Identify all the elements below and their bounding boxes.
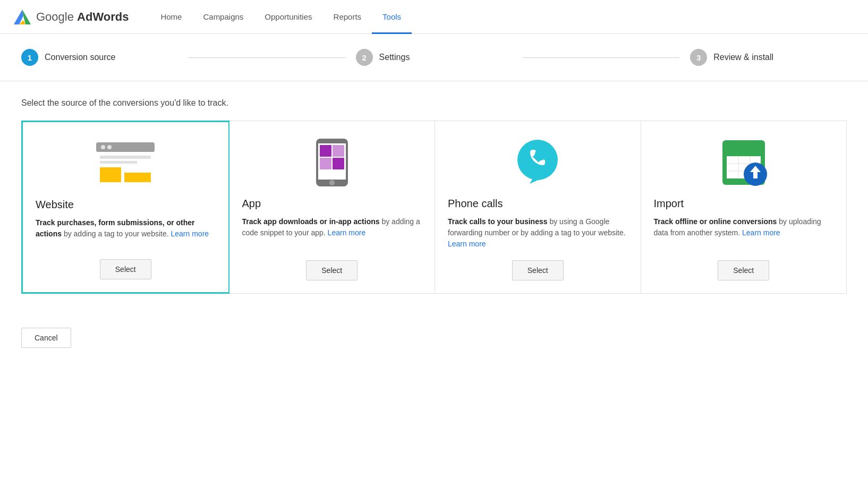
card-website: Website Track purchases, form submission…: [21, 121, 230, 294]
website-card-desc: Track purchases, form submissions, or ot…: [36, 217, 216, 249]
website-learn-more-link[interactable]: Learn more: [171, 229, 209, 238]
phone-svg-icon: [511, 136, 564, 189]
phone-calls-card-desc: Track calls to your business by using a …: [448, 216, 628, 250]
card-app: App Track app downloads or in-app action…: [229, 121, 436, 293]
website-select-button[interactable]: Select: [100, 259, 151, 279]
step-3-circle: 3: [690, 49, 707, 66]
import-card-desc: Track offline or online conversions by u…: [654, 216, 834, 250]
app-svg-icon: [311, 136, 353, 189]
svg-rect-7: [100, 161, 137, 164]
phone-calls-desc-bold: Track calls to your business: [448, 217, 548, 226]
nav-item-home[interactable]: Home: [150, 0, 192, 34]
phone-calls-select-button[interactable]: Select: [512, 260, 564, 280]
import-card-title: Import: [654, 198, 684, 210]
phone-calls-icon: [448, 136, 628, 189]
svg-rect-15: [333, 158, 344, 169]
step-connector-2: [523, 57, 679, 58]
nav-item-opportunities[interactable]: Opportunities: [254, 0, 322, 34]
svg-rect-12: [320, 145, 331, 157]
app-card-desc: Track app downloads or in-app actions by…: [242, 216, 422, 250]
step-connector-1: [189, 57, 345, 58]
website-card-title: Website: [36, 199, 74, 211]
app-select-button[interactable]: Select: [306, 260, 358, 280]
step-3-label: Review & install: [713, 53, 773, 62]
step-2-circle: 2: [356, 49, 373, 66]
svg-rect-13: [333, 145, 344, 157]
svg-rect-14: [320, 158, 331, 169]
svg-rect-6: [100, 156, 151, 159]
wizard-steps: 1 Conversion source 2 Settings 3 Review …: [0, 34, 868, 81]
step-1-label: Conversion source: [45, 53, 115, 62]
import-icon: [654, 136, 834, 189]
app-desc-bold: Track app downloads or in-app actions: [242, 217, 380, 226]
import-svg-icon: [717, 136, 770, 189]
app-card-title: App: [242, 198, 261, 210]
step-conversion-source: 1 Conversion source: [21, 49, 178, 66]
step-2-label: Settings: [379, 53, 410, 62]
import-select-button[interactable]: Select: [718, 260, 769, 280]
header: Google AdWords Home Campaigns Opportunit…: [0, 0, 868, 34]
main-content: 1 Conversion source 2 Settings 3 Review …: [0, 34, 868, 503]
svg-point-16: [329, 180, 335, 185]
website-svg-icon: [93, 140, 157, 187]
app-learn-more-link[interactable]: Learn more: [328, 228, 366, 237]
cards-grid: Website Track purchases, form submission…: [21, 121, 847, 294]
website-icon: [36, 137, 216, 190]
app-icon: [242, 136, 422, 189]
svg-rect-26: [727, 148, 761, 156]
phone-calls-card-title: Phone calls: [448, 198, 503, 210]
main-nav: Home Campaigns Opportunities Reports Too…: [150, 0, 412, 34]
step-review-install: 3 Review & install: [690, 49, 847, 66]
logo-area: Google AdWords: [13, 7, 129, 27]
nav-item-tools[interactable]: Tools: [372, 0, 412, 34]
svg-point-17: [517, 140, 558, 180]
phone-calls-learn-more-link[interactable]: Learn more: [448, 240, 486, 248]
page-subtitle: Select the source of the conversions you…: [21, 98, 847, 108]
import-learn-more-link[interactable]: Learn more: [742, 228, 780, 237]
card-phone-calls: Phone calls Track calls to your business…: [435, 121, 641, 293]
step-1-circle: 1: [21, 49, 38, 66]
svg-point-4: [107, 145, 112, 149]
brand-name: Google AdWords: [36, 10, 129, 24]
nav-item-reports[interactable]: Reports: [323, 0, 372, 34]
cancel-button[interactable]: Cancel: [21, 328, 71, 348]
step-settings: 2 Settings: [356, 49, 513, 66]
footer-actions: Cancel: [0, 311, 868, 365]
page-body: Select the source of the conversions you…: [0, 81, 868, 311]
svg-point-3: [101, 145, 105, 149]
nav-item-campaigns[interactable]: Campaigns: [192, 0, 254, 34]
svg-rect-8: [100, 167, 121, 182]
website-desc-rest: by adding a tag to your website.: [62, 229, 171, 238]
svg-rect-9: [124, 173, 151, 182]
card-import: Import Track offline or online conversio…: [641, 121, 847, 293]
adwords-logo-icon: [13, 7, 32, 27]
import-desc-bold: Track offline or online conversions: [654, 217, 777, 226]
